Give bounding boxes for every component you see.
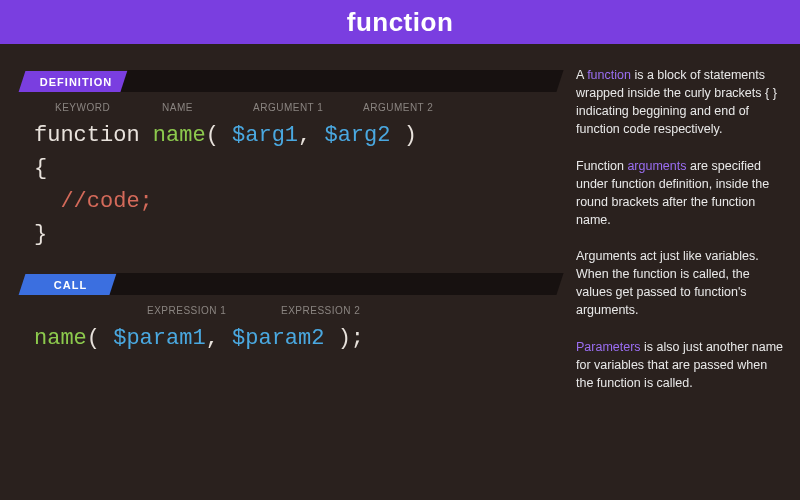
call-close: ); [338,326,364,351]
call-header-row: CALL [22,273,560,295]
code-keyword: function [34,123,140,148]
sidebar-p2: Function arguments are specified under f… [576,157,784,230]
call-open-paren: ( [87,326,100,351]
call-labels-row: EXPRESSION 1 EXPRESSION 2 [55,305,560,316]
call-code: name( $param1, $param2 ); [22,322,560,355]
page-title: function [347,7,454,38]
code-brace-open: { [34,156,47,181]
code-name: name [153,123,206,148]
call-comma: , [206,326,219,351]
definition-tag: DEFINITION [19,71,134,92]
call-param1: $param1 [113,326,205,351]
label-spacer [55,305,147,316]
call-tag: CALL [19,274,123,295]
call-param2: $param2 [232,326,324,351]
content-area: DEFINITION KEYWORD NAME ARGUMENT 1 ARGUM… [0,44,800,500]
label-expr1: EXPRESSION 1 [147,305,281,316]
label-name: NAME [162,102,253,113]
code-comma: , [298,123,311,148]
code-open-paren: ( [206,123,219,148]
sidebar-p3: Arguments act just like variables. When … [576,247,784,320]
code-arg1: $arg1 [232,123,298,148]
definition-header-row: DEFINITION [22,70,560,92]
label-expr2: EXPRESSION 2 [281,305,360,316]
sidebar: A function is a block of statements wrap… [570,44,800,500]
page-header: function [0,0,800,44]
code-arg2: $arg2 [324,123,390,148]
label-arg1: ARGUMENT 1 [253,102,363,113]
call-name: name [34,326,87,351]
definition-code: function name( $arg1, $arg2 ) { //code; … [22,119,560,251]
hl-function: function [587,68,631,82]
hl-parameters: Parameters [576,340,641,354]
code-column: DEFINITION KEYWORD NAME ARGUMENT 1 ARGUM… [0,44,570,500]
sidebar-p4: Parameters is also just another name for… [576,338,784,392]
code-brace-close: } [34,222,47,247]
sidebar-p1: A function is a block of statements wrap… [576,66,784,139]
call-bar [110,273,564,295]
code-comment: //code; [60,189,152,214]
definition-labels-row: KEYWORD NAME ARGUMENT 1 ARGUMENT 2 [55,102,560,113]
hl-arguments: arguments [627,159,686,173]
code-close-paren: ) [404,123,417,148]
definition-bar [121,70,564,92]
label-keyword: KEYWORD [55,102,162,113]
label-arg2: ARGUMENT 2 [363,102,433,113]
